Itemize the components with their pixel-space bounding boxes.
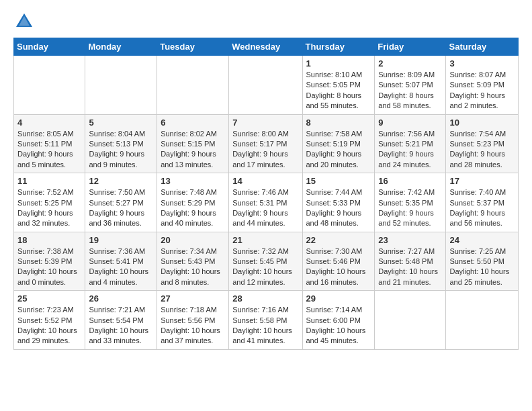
calendar-cell: 22Sunrise: 7:30 AM Sunset: 5:46 PM Dayli…	[302, 232, 375, 291]
logo-icon	[13, 11, 35, 32]
calendar-cell	[446, 291, 519, 350]
day-number: 6	[161, 118, 225, 128]
calendar-table: SundayMondayTuesdayWednesdayThursdayFrid…	[13, 38, 519, 350]
day-number: 27	[161, 293, 225, 304]
day-number: 24	[449, 235, 515, 245]
day-number: 29	[306, 293, 371, 304]
day-info: Sunrise: 7:23 AM Sunset: 5:52 PM Dayligh…	[17, 305, 81, 347]
day-info: Sunrise: 7:14 AM Sunset: 6:00 PM Dayligh…	[306, 305, 371, 347]
calendar-cell: 24Sunrise: 7:25 AM Sunset: 5:50 PM Dayli…	[446, 232, 519, 291]
calendar-cell: 26Sunrise: 7:21 AM Sunset: 5:54 PM Dayli…	[85, 291, 157, 350]
calendar-cell: 17Sunrise: 7:40 AM Sunset: 5:37 PM Dayli…	[446, 173, 519, 232]
day-number: 25	[17, 293, 81, 304]
day-number: 16	[378, 176, 442, 186]
day-number: 1	[306, 58, 371, 68]
day-info: Sunrise: 7:25 AM Sunset: 5:50 PM Dayligh…	[449, 246, 515, 288]
day-number: 13	[161, 176, 225, 186]
calendar-cell: 3Sunrise: 8:07 AM Sunset: 5:09 PM Daylig…	[446, 56, 519, 115]
day-number: 15	[306, 176, 371, 186]
calendar-cell	[14, 56, 85, 115]
day-info: Sunrise: 7:32 AM Sunset: 5:45 PM Dayligh…	[232, 246, 298, 288]
calendar-header-row: SundayMondayTuesdayWednesdayThursdayFrid…	[14, 38, 519, 56]
page-header	[13, 11, 519, 32]
day-info: Sunrise: 7:38 AM Sunset: 5:39 PM Dayligh…	[17, 246, 81, 288]
day-number: 18	[17, 235, 81, 245]
week-row-2: 4Sunrise: 8:05 AM Sunset: 5:11 PM Daylig…	[14, 114, 519, 173]
day-info: Sunrise: 8:04 AM Sunset: 5:13 PM Dayligh…	[89, 129, 153, 171]
day-number: 26	[89, 293, 153, 304]
day-number: 20	[161, 235, 225, 245]
column-header-sunday: Sunday	[14, 38, 85, 56]
calendar-cell: 16Sunrise: 7:42 AM Sunset: 5:35 PM Dayli…	[375, 173, 446, 232]
day-info: Sunrise: 8:02 AM Sunset: 5:15 PM Dayligh…	[161, 129, 225, 171]
day-number: 21	[232, 235, 298, 245]
day-number: 3	[449, 58, 515, 68]
calendar-body: 1Sunrise: 8:10 AM Sunset: 5:05 PM Daylig…	[14, 56, 519, 350]
day-info: Sunrise: 8:05 AM Sunset: 5:11 PM Dayligh…	[17, 129, 81, 171]
day-info: Sunrise: 7:27 AM Sunset: 5:48 PM Dayligh…	[378, 246, 442, 288]
day-number: 2	[378, 58, 442, 68]
calendar-cell	[375, 291, 446, 350]
day-info: Sunrise: 8:10 AM Sunset: 5:05 PM Dayligh…	[306, 70, 371, 111]
calendar-cell: 23Sunrise: 7:27 AM Sunset: 5:48 PM Dayli…	[375, 232, 446, 291]
calendar-cell: 29Sunrise: 7:14 AM Sunset: 6:00 PM Dayli…	[302, 291, 375, 350]
week-row-1: 1Sunrise: 8:10 AM Sunset: 5:05 PM Daylig…	[14, 56, 519, 115]
day-number: 14	[232, 176, 298, 186]
calendar-cell: 6Sunrise: 8:02 AM Sunset: 5:15 PM Daylig…	[157, 114, 229, 173]
day-number: 8	[306, 118, 371, 128]
calendar-cell: 14Sunrise: 7:46 AM Sunset: 5:31 PM Dayli…	[229, 173, 302, 232]
day-info: Sunrise: 7:30 AM Sunset: 5:46 PM Dayligh…	[306, 246, 371, 288]
day-info: Sunrise: 7:36 AM Sunset: 5:41 PM Dayligh…	[89, 246, 153, 288]
calendar-cell: 21Sunrise: 7:32 AM Sunset: 5:45 PM Dayli…	[229, 232, 302, 291]
column-header-saturday: Saturday	[446, 38, 519, 56]
day-number: 4	[17, 118, 81, 128]
week-row-5: 25Sunrise: 7:23 AM Sunset: 5:52 PM Dayli…	[14, 291, 519, 350]
day-info: Sunrise: 7:44 AM Sunset: 5:33 PM Dayligh…	[306, 187, 371, 229]
day-info: Sunrise: 7:52 AM Sunset: 5:25 PM Dayligh…	[17, 187, 81, 229]
calendar-cell: 20Sunrise: 7:34 AM Sunset: 5:43 PM Dayli…	[157, 232, 229, 291]
day-info: Sunrise: 7:42 AM Sunset: 5:35 PM Dayligh…	[378, 187, 442, 229]
day-info: Sunrise: 7:21 AM Sunset: 5:54 PM Dayligh…	[89, 305, 153, 347]
calendar-cell: 28Sunrise: 7:16 AM Sunset: 5:58 PM Dayli…	[229, 291, 302, 350]
calendar-cell: 12Sunrise: 7:50 AM Sunset: 5:27 PM Dayli…	[85, 173, 157, 232]
day-info: Sunrise: 8:00 AM Sunset: 5:17 PM Dayligh…	[232, 129, 298, 171]
column-header-thursday: Thursday	[302, 38, 375, 56]
day-info: Sunrise: 8:07 AM Sunset: 5:09 PM Dayligh…	[449, 70, 515, 111]
calendar-cell: 19Sunrise: 7:36 AM Sunset: 5:41 PM Dayli…	[85, 232, 157, 291]
column-header-tuesday: Tuesday	[157, 38, 229, 56]
day-number: 11	[17, 176, 81, 186]
calendar-cell: 1Sunrise: 8:10 AM Sunset: 5:05 PM Daylig…	[302, 56, 375, 115]
calendar-cell: 27Sunrise: 7:18 AM Sunset: 5:56 PM Dayli…	[157, 291, 229, 350]
day-info: Sunrise: 7:40 AM Sunset: 5:37 PM Dayligh…	[449, 187, 515, 229]
calendar-cell: 5Sunrise: 8:04 AM Sunset: 5:13 PM Daylig…	[85, 114, 157, 173]
calendar-cell: 18Sunrise: 7:38 AM Sunset: 5:39 PM Dayli…	[14, 232, 85, 291]
day-number: 17	[449, 176, 515, 186]
day-number: 28	[232, 293, 298, 304]
day-number: 22	[306, 235, 371, 245]
calendar-cell	[85, 56, 157, 115]
day-info: Sunrise: 7:16 AM Sunset: 5:58 PM Dayligh…	[232, 305, 298, 347]
calendar-cell: 9Sunrise: 7:56 AM Sunset: 5:21 PM Daylig…	[375, 114, 446, 173]
day-info: Sunrise: 7:58 AM Sunset: 5:19 PM Dayligh…	[306, 129, 371, 171]
day-info: Sunrise: 7:46 AM Sunset: 5:31 PM Dayligh…	[232, 187, 298, 229]
day-number: 12	[89, 176, 153, 186]
calendar-cell: 11Sunrise: 7:52 AM Sunset: 5:25 PM Dayli…	[14, 173, 85, 232]
day-info: Sunrise: 7:18 AM Sunset: 5:56 PM Dayligh…	[161, 305, 225, 347]
day-info: Sunrise: 7:34 AM Sunset: 5:43 PM Dayligh…	[161, 246, 225, 288]
calendar-cell: 15Sunrise: 7:44 AM Sunset: 5:33 PM Dayli…	[302, 173, 375, 232]
day-info: Sunrise: 7:56 AM Sunset: 5:21 PM Dayligh…	[378, 129, 442, 171]
week-row-4: 18Sunrise: 7:38 AM Sunset: 5:39 PM Dayli…	[14, 232, 519, 291]
calendar-cell: 13Sunrise: 7:48 AM Sunset: 5:29 PM Dayli…	[157, 173, 229, 232]
calendar-cell: 25Sunrise: 7:23 AM Sunset: 5:52 PM Dayli…	[14, 291, 85, 350]
day-number: 19	[89, 235, 153, 245]
week-row-3: 11Sunrise: 7:52 AM Sunset: 5:25 PM Dayli…	[14, 173, 519, 232]
day-number: 7	[232, 118, 298, 128]
day-number: 5	[89, 118, 153, 128]
logo	[13, 11, 38, 32]
calendar-cell: 7Sunrise: 8:00 AM Sunset: 5:17 PM Daylig…	[229, 114, 302, 173]
column-header-wednesday: Wednesday	[229, 38, 302, 56]
column-header-friday: Friday	[375, 38, 446, 56]
day-info: Sunrise: 8:09 AM Sunset: 5:07 PM Dayligh…	[378, 70, 442, 111]
day-number: 9	[378, 118, 442, 128]
day-info: Sunrise: 7:54 AM Sunset: 5:23 PM Dayligh…	[449, 129, 515, 171]
